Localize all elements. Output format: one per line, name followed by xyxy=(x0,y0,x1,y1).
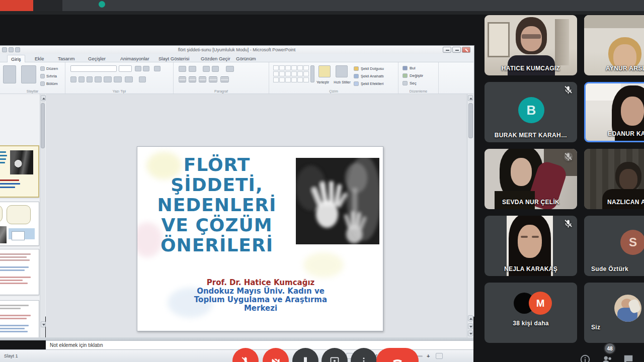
end-call-button[interactable] xyxy=(376,348,419,362)
reset-icon[interactable] xyxy=(40,74,45,78)
font-size-box[interactable] xyxy=(119,65,132,72)
tab-gozden-gecir[interactable]: Gözden Geçir xyxy=(197,55,234,62)
quick-styles-icon[interactable] xyxy=(336,65,348,77)
slide-thumbnail-4[interactable] xyxy=(0,300,39,339)
pane-scroll-up[interactable] xyxy=(468,95,473,101)
decrease-indent-icon[interactable] xyxy=(203,66,210,72)
new-slide-button[interactable] xyxy=(21,65,36,83)
tab-giris[interactable]: Giriş xyxy=(7,55,25,62)
pane-scroll-thumb[interactable] xyxy=(468,103,473,138)
align-left-icon[interactable] xyxy=(179,76,186,82)
italic-icon[interactable] xyxy=(78,76,85,82)
restore-button[interactable] xyxy=(452,47,461,53)
shape-effects-button[interactable]: Şekil Efektleri xyxy=(361,81,383,86)
pane-scroll-down[interactable] xyxy=(468,330,473,336)
participant-name: AYNUR ARSLAN xyxy=(584,65,644,72)
shrink-font-icon[interactable] xyxy=(143,66,149,71)
participant-tile-sevda[interactable]: SEVDA NUR ÇELİK xyxy=(485,149,577,209)
thumbnail-scrollbar[interactable] xyxy=(40,94,45,339)
scroll-down-arrow[interactable] xyxy=(41,321,46,327)
spacing-icon[interactable] xyxy=(114,76,122,82)
shape-effects-icon[interactable] xyxy=(354,81,359,86)
next-slide-button[interactable] xyxy=(468,323,473,329)
quick-styles-button[interactable]: Hızlı Stiller xyxy=(333,80,352,84)
reset-button[interactable]: Sıfırla xyxy=(46,74,57,78)
justify-icon[interactable] xyxy=(209,76,217,82)
fit-to-window-button[interactable] xyxy=(436,353,443,359)
more-participants-tile[interactable]: M 38 kişi daha xyxy=(485,283,577,343)
participant-tile-edanur[interactable]: EDANUR KAYA xyxy=(584,82,644,142)
participant-tile-hatice[interactable]: HATICE KUMCAGIZ xyxy=(485,15,577,75)
shape-fill-button[interactable]: Şekil Dolgusu xyxy=(361,66,384,71)
section-icon[interactable] xyxy=(40,81,45,86)
slide-thumbnail-2[interactable] xyxy=(0,202,39,246)
participant-tile-aynur[interactable]: AYNUR ARSLAN xyxy=(584,15,644,75)
slide-thumbnail-1[interactable] xyxy=(0,145,39,198)
shape-outline-button[interactable]: Şekil Anahattı xyxy=(361,74,384,78)
arrange-icon[interactable] xyxy=(318,65,331,77)
close-button[interactable] xyxy=(462,47,470,53)
slide-title[interactable]: FLÖRT ŞİDDETİ, NEDENLERİ VE ÇÖZÜM ÖNERİL… xyxy=(141,155,292,255)
chat-panel-icon[interactable] xyxy=(623,354,634,362)
strikethrough-icon[interactable] xyxy=(95,76,102,82)
layout-icon[interactable] xyxy=(40,66,45,71)
powerpoint-titlebar[interactable]: flört şiddeti-sunu [Uyumluluk Modu] - Mi… xyxy=(0,46,473,54)
replace-button[interactable]: Değiştir xyxy=(410,73,423,78)
find-icon[interactable] xyxy=(403,66,408,70)
increase-indent-icon[interactable] xyxy=(212,66,219,72)
shapes-gallery-scroll[interactable] xyxy=(310,65,314,82)
meeting-details-icon[interactable] xyxy=(580,354,591,362)
grow-font-icon[interactable] xyxy=(135,66,141,71)
font-color-icon[interactable] xyxy=(139,76,146,82)
participant-count: 48 xyxy=(607,346,612,351)
select-button[interactable]: Seç xyxy=(410,81,417,85)
replace-icon[interactable] xyxy=(403,73,408,78)
bold-icon[interactable] xyxy=(70,76,76,82)
tab-gecisler[interactable]: Geçişler xyxy=(85,55,109,62)
slide-canvas[interactable]: FLÖRT ŞİDDETİ, NEDENLERİ VE ÇÖZÜM ÖNERİL… xyxy=(137,146,383,331)
align-right-icon[interactable] xyxy=(199,76,206,82)
participant-tile-sude[interactable]: S Sude Öztürk xyxy=(584,216,644,276)
select-icon[interactable] xyxy=(403,81,408,85)
participant-name: BURAK MERT KARAH… xyxy=(485,132,577,139)
mic-off-icon xyxy=(564,219,573,228)
bullets-icon[interactable] xyxy=(179,66,186,72)
self-tile[interactable]: Siz xyxy=(584,283,644,343)
previous-slide-button[interactable] xyxy=(468,315,473,321)
tab-ekle[interactable]: Ekle xyxy=(31,55,47,62)
section-button[interactable]: Bölüm xyxy=(46,81,58,86)
clear-format-icon[interactable] xyxy=(154,66,160,71)
shape-fill-icon[interactable] xyxy=(354,66,359,71)
ribbon-tab-row: Giriş Ekle Tasarım Geçişler Animasyonlar… xyxy=(0,54,473,62)
numbering-icon[interactable] xyxy=(189,66,196,72)
underline-icon[interactable] xyxy=(87,76,93,82)
layout-button[interactable]: Düzen xyxy=(46,66,58,71)
participant-tile-nejla[interactable]: NEJLA KARAKAŞ xyxy=(485,216,577,276)
shape-outline-icon[interactable] xyxy=(354,74,359,78)
participant-tile-burak[interactable]: B BURAK MERT KARAH… xyxy=(485,82,577,142)
change-case-icon[interactable] xyxy=(125,76,133,82)
people-panel-icon[interactable] xyxy=(602,354,613,362)
shadow-icon[interactable] xyxy=(104,76,112,82)
tab-animasyonlar[interactable]: Animasyonlar xyxy=(117,55,153,62)
tab-tasarim[interactable]: Tasarım xyxy=(54,55,78,62)
tab-slayt-gosterisi[interactable]: Slayt Gösterisi xyxy=(155,55,193,62)
line-spacing-icon[interactable] xyxy=(226,66,234,72)
scroll-up-arrow[interactable] xyxy=(41,95,46,101)
paste-button[interactable] xyxy=(3,65,16,83)
tab-gorunum[interactable]: Görünüm xyxy=(232,55,260,62)
columns-icon[interactable] xyxy=(220,76,229,82)
slide-thumbnail-3[interactable] xyxy=(0,249,39,295)
scrollbar-thumb[interactable] xyxy=(41,103,45,148)
participant-tile-nazlican[interactable]: NAZLICAN AYD xyxy=(584,149,644,209)
find-button[interactable]: Bul xyxy=(410,66,416,70)
align-center-icon[interactable] xyxy=(189,76,196,82)
arrange-button[interactable]: Yerleştir xyxy=(316,80,329,84)
font-name-box[interactable] xyxy=(70,65,117,72)
minimize-button[interactable] xyxy=(443,47,451,53)
overflow-avatar: M xyxy=(529,292,552,315)
slide-subtitle[interactable]: Prof. Dr. Hatice Kumcağız Ondokuz Mayıs … xyxy=(142,279,379,313)
slide-pane-scrollbar[interactable] xyxy=(467,94,473,337)
meet-favicon-icon[interactable] xyxy=(99,1,105,8)
zoom-in-icon[interactable]: + xyxy=(427,353,430,359)
